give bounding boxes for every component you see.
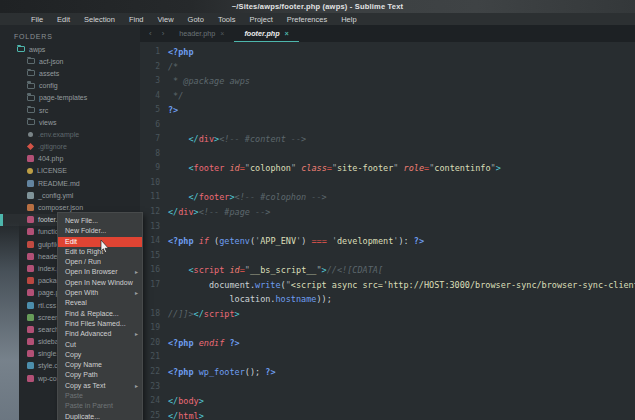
sidebar-item-src[interactable]: src: [0, 104, 140, 116]
context-menu-item-copy[interactable]: Copy: [58, 350, 142, 360]
sidebar-item-config[interactable]: config: [0, 80, 140, 92]
sidebar-item-.env.example[interactable]: .env.example: [0, 128, 140, 140]
tab-header.php[interactable]: header.php×: [169, 25, 234, 42]
submenu-arrow-icon: ▸: [135, 329, 138, 339]
file-name: rtl.css: [38, 302, 56, 309]
menu-find[interactable]: Find: [122, 15, 151, 24]
code-line: 23: [140, 380, 635, 395]
tab-forward-icon[interactable]: ›: [157, 29, 170, 38]
code-line: 4 */: [140, 89, 635, 104]
sidebar-item-acf-json[interactable]: acf-json: [0, 55, 140, 67]
code-area[interactable]: 1<?php2/*3 * @package awps4 */5?>67 </di…: [140, 42, 635, 420]
context-menu-item-cut[interactable]: Cut: [58, 340, 142, 350]
code-line: 2/*: [140, 60, 635, 75]
sidebar-item-assets[interactable]: assets: [0, 67, 140, 79]
css-icon: [27, 362, 34, 369]
code-line: 22<?php wp_footer(); ?>: [140, 365, 635, 380]
context-menu-item-find-files-named[interactable]: Find Files Named...: [58, 319, 142, 329]
line-content: <script id="__bs_script__">//<![CDATA[: [168, 263, 383, 278]
line-number: 16: [140, 263, 160, 278]
sidebar-item-.gitignore[interactable]: .gitignore: [0, 141, 140, 153]
menu-goto[interactable]: Goto: [181, 15, 211, 24]
sidebar-item-_config.yml[interactable]: _config.yml: [0, 189, 140, 201]
php-icon: [27, 289, 34, 296]
sidebar-item-README.md[interactable]: README.md: [0, 177, 140, 189]
context-menu-item-copy-path[interactable]: Copy Path: [58, 370, 142, 380]
context-menu-item-edit-to-right[interactable]: Edit to Right: [58, 247, 142, 257]
code-line: 13: [140, 220, 635, 235]
line-number: 2: [140, 60, 160, 75]
sidebar-item-404.php[interactable]: 404.php: [0, 153, 140, 165]
sidebar-item-LICENSE[interactable]: LICENSE: [0, 165, 140, 177]
code-line: 1<?php: [140, 45, 635, 60]
line-content: <?php endif ?>: [168, 336, 240, 351]
tab-close-icon[interactable]: ×: [285, 30, 289, 37]
gulp-icon: [27, 241, 34, 248]
window-title: ~/Sites/awps/footer.php (awps) - Sublime…: [232, 2, 404, 11]
tab-footer.php[interactable]: footer.php×: [234, 25, 298, 42]
menu-project[interactable]: Project: [242, 15, 279, 24]
context-menu-item-find-advanced[interactable]: Find Advanced▸: [58, 329, 142, 339]
line-number: 17: [140, 278, 160, 293]
context-menu: New File...New Folder...EditEdit to Righ…: [57, 212, 143, 420]
menu-view[interactable]: View: [150, 15, 180, 24]
line-number: 3: [140, 74, 160, 89]
context-menu-item-open-in-new-window[interactable]: Open In New Window: [58, 278, 142, 288]
code-line: 17 document.write("<script async src='ht…: [140, 278, 635, 293]
code-line: 19: [140, 321, 635, 336]
tabs: header.php×footer.php×: [169, 25, 298, 42]
title-bar[interactable]: ~/Sites/awps/footer.php (awps) - Sublime…: [0, 0, 635, 13]
submenu-arrow-icon: ▸: [135, 381, 138, 391]
folder-icon: [27, 83, 35, 89]
php-icon: [27, 338, 34, 345]
code-line: 12</div><!-- #page -->: [140, 205, 635, 220]
sidebar-item-views[interactable]: views: [0, 116, 140, 128]
folder-icon: [27, 119, 35, 125]
context-menu-item-paste-in-parent: Paste in Parent: [58, 401, 142, 411]
context-menu-item-copy-name[interactable]: Copy Name: [58, 360, 142, 370]
php-icon: [27, 326, 34, 333]
line-content: </html>: [168, 409, 204, 420]
sublime-text-window: ~/Sites/awps/footer.php (awps) - Sublime…: [0, 0, 635, 420]
line-content: </div><!-- #page -->: [168, 205, 270, 220]
context-menu-item-duplicate[interactable]: Duplicate...: [58, 412, 142, 420]
context-menu-item-open-with[interactable]: Open With▸: [58, 288, 142, 298]
file-name: views: [39, 119, 57, 126]
line-number: 11: [140, 190, 160, 205]
line-number: 20: [140, 336, 160, 351]
context-menu-item-new-file[interactable]: New File...: [58, 216, 142, 226]
line-number: 10: [140, 176, 160, 191]
menu-help[interactable]: Help: [334, 15, 363, 24]
context-menu-item-reveal[interactable]: Reveal: [58, 298, 142, 308]
file-name: 404.php: [38, 155, 63, 162]
menu-tools[interactable]: Tools: [211, 15, 243, 24]
code-line: location.hostname));: [140, 292, 635, 307]
file-name: assets: [39, 70, 59, 77]
line-content: <?php wp_footer(); ?>: [168, 365, 276, 380]
file-name: src: [39, 107, 48, 114]
php-icon: [27, 216, 34, 223]
context-menu-item-copy-as-text[interactable]: Copy as Text▸: [58, 381, 142, 391]
line-number: 25: [140, 409, 160, 420]
menu-edit[interactable]: Edit: [50, 15, 77, 24]
file-name: page-templates: [39, 94, 87, 101]
tab-back-icon[interactable]: ‹: [144, 29, 157, 38]
context-menu-item-open-run[interactable]: Open / Run: [58, 257, 142, 267]
context-menu-item-new-folder[interactable]: New Folder...: [58, 226, 142, 236]
img-icon: [27, 314, 34, 321]
license-icon: [27, 168, 33, 174]
code-line: 7 </div><!-- #content -->: [140, 132, 635, 147]
menu-preferences[interactable]: Preferences: [280, 15, 334, 24]
line-content: </footer><!-- #colophon -->: [168, 190, 327, 205]
menu-file[interactable]: File: [24, 15, 50, 24]
context-menu-item-open-in-browser[interactable]: Open In Browser▸: [58, 267, 142, 277]
menu-selection[interactable]: Selection: [77, 15, 122, 24]
sidebar-item-page-templates[interactable]: page-templates: [0, 92, 140, 104]
line-number: 14: [140, 234, 160, 249]
tab-close-icon[interactable]: ×: [220, 30, 224, 37]
line-number: [140, 292, 160, 307]
sidebar-item-awps[interactable]: awps: [0, 43, 140, 55]
context-menu-item-edit[interactable]: Edit: [58, 237, 142, 247]
context-menu-item-find-replace[interactable]: Find & Replace...: [58, 309, 142, 319]
php-icon: [27, 155, 34, 162]
